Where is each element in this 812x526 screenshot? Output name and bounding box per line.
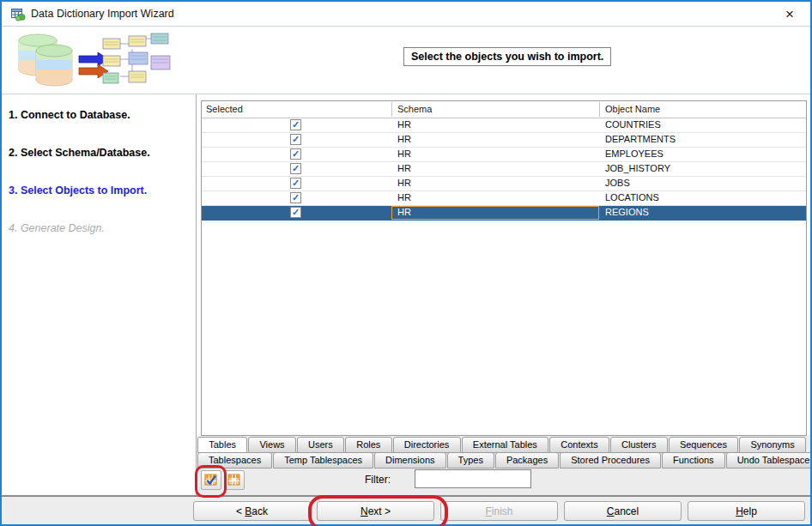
object-name-cell[interactable]: JOB_HISTORY xyxy=(605,162,670,175)
object-name-cell[interactable]: EMPLOYEES xyxy=(605,148,664,160)
objects-table-header: Selected Schema Object Name xyxy=(202,101,806,118)
tab-clusters[interactable]: Clusters xyxy=(610,437,668,453)
object-name-cell[interactable]: COUNTRIES xyxy=(605,118,661,131)
schema-cell[interactable]: HR xyxy=(397,118,411,131)
finish-button: Finish xyxy=(440,501,558,521)
next-button[interactable]: Next > xyxy=(317,501,434,521)
schema-cell[interactable]: HR xyxy=(397,133,411,146)
app-table-icon xyxy=(11,7,26,21)
wizard-step-2: 2. Select Schema/Database. xyxy=(9,147,150,159)
tab-external-tables[interactable]: External Tables xyxy=(462,437,548,453)
select-all-grid-icon-button[interactable] xyxy=(201,470,221,490)
close-icon[interactable]: × xyxy=(779,4,800,25)
window-title: Data Dictionary Import Wizard xyxy=(31,2,174,26)
filter-input[interactable] xyxy=(415,469,531,488)
selected-checkbox[interactable]: ✓ xyxy=(290,119,301,130)
tab-views[interactable]: Views xyxy=(248,437,296,453)
table-row-locations[interactable]: ✓HRLOCATIONS xyxy=(202,191,806,206)
tab-tablespaces[interactable]: Tablespaces xyxy=(197,452,272,469)
table-grid-icon xyxy=(227,474,241,487)
tab-directories[interactable]: Directories xyxy=(393,437,461,453)
tab-packages[interactable]: Packages xyxy=(495,452,559,469)
column-header-selected[interactable]: Selected xyxy=(206,101,243,118)
tab-stored-procedures[interactable]: Stored Procedures xyxy=(560,452,661,469)
cancel-button[interactable]: Cancel xyxy=(564,501,682,521)
object-name-cell[interactable]: LOCATIONS xyxy=(605,191,659,204)
table-row-regions[interactable]: ✓HRREGIONS xyxy=(202,206,806,221)
table-row-employees[interactable]: ✓HREMPLOYEES xyxy=(202,148,806,162)
wizard-steps-sidebar: 1. Connect to Database.2. Select Schema/… xyxy=(2,94,197,495)
object-name-cell[interactable]: DEPARTMENTS xyxy=(605,133,676,146)
tab-roles[interactable]: Roles xyxy=(345,437,392,453)
tab-temp-tablespaces[interactable]: Temp Tablespaces xyxy=(273,452,373,469)
focused-cell-outline xyxy=(391,206,599,220)
tab-tables[interactable]: Tables xyxy=(197,437,247,453)
help-button[interactable]: Help xyxy=(688,501,805,521)
title-bar: Data Dictionary Import Wizard × xyxy=(2,2,810,26)
objects-table: Selected Schema Object Name ✓HRCOUNTRIES… xyxy=(201,100,807,436)
table-grid-icon-button[interactable] xyxy=(224,470,245,490)
data-dictionary-import-wizard-window: Data Dictionary Import Wizard × xyxy=(0,0,812,526)
selected-checkbox[interactable]: ✓ xyxy=(290,163,301,174)
tab-users[interactable]: Users xyxy=(297,437,344,453)
tab-contexts[interactable]: Contexts xyxy=(549,437,609,453)
select-all-grid-icon xyxy=(204,474,218,487)
back-button[interactable]: < Back xyxy=(193,501,311,521)
table-row-departments[interactable]: ✓HRDEPARTMENTS xyxy=(202,133,806,148)
table-row-countries[interactable]: ✓HRCOUNTRIES xyxy=(202,118,806,133)
wizard-step-3: 3. Select Objects to Import. xyxy=(9,184,147,196)
wizard-step-1: 1. Connect to Database. xyxy=(9,109,130,121)
schema-cell[interactable]: HR xyxy=(397,148,411,160)
tab-undo-tablespaces[interactable]: Undo Tablespaces xyxy=(726,452,812,469)
object-type-tabs-area: TablesViewsUsersRolesDirectoriesExternal… xyxy=(197,436,810,495)
object-name-cell[interactable]: JOBS xyxy=(605,177,630,190)
tab-types[interactable]: Types xyxy=(447,452,494,469)
selected-checkbox[interactable]: ✓ xyxy=(290,192,301,203)
footer-button-bar: < BackNext >FinishCancelHelp xyxy=(2,497,810,524)
table-row-job_history[interactable]: ✓HRJOB_HISTORY xyxy=(202,162,806,177)
selected-checkbox[interactable]: ✓ xyxy=(290,207,301,218)
column-header-object-name[interactable]: Object Name xyxy=(605,101,660,118)
tab-sequences[interactable]: Sequences xyxy=(669,437,738,453)
tab-dimensions[interactable]: Dimensions xyxy=(374,452,445,469)
schema-cell[interactable]: HR xyxy=(397,162,411,175)
schema-cell[interactable]: HR xyxy=(397,191,411,204)
object-name-cell[interactable]: REGIONS xyxy=(605,206,649,219)
schema-cell[interactable]: HR xyxy=(397,177,411,190)
banner-illustration-database-to-diagram xyxy=(14,30,177,90)
wizard-banner: Select the objects you wish to import. xyxy=(2,27,810,94)
selected-checkbox[interactable]: ✓ xyxy=(290,148,301,160)
wizard-instruction: Select the objects you wish to import. xyxy=(403,47,611,66)
column-divider xyxy=(599,102,600,117)
column-header-schema[interactable]: Schema xyxy=(397,101,432,118)
selected-checkbox[interactable]: ✓ xyxy=(290,178,301,189)
tab-functions[interactable]: Functions xyxy=(662,452,725,469)
selected-checkbox[interactable]: ✓ xyxy=(290,134,301,145)
column-divider xyxy=(391,102,392,117)
filter-label: Filter: xyxy=(365,470,391,489)
wizard-step-4: 4. Generate Design. xyxy=(9,222,105,234)
table-row-jobs[interactable]: ✓HRJOBS xyxy=(202,177,806,191)
tab-synonyms[interactable]: Synonyms xyxy=(739,437,806,453)
